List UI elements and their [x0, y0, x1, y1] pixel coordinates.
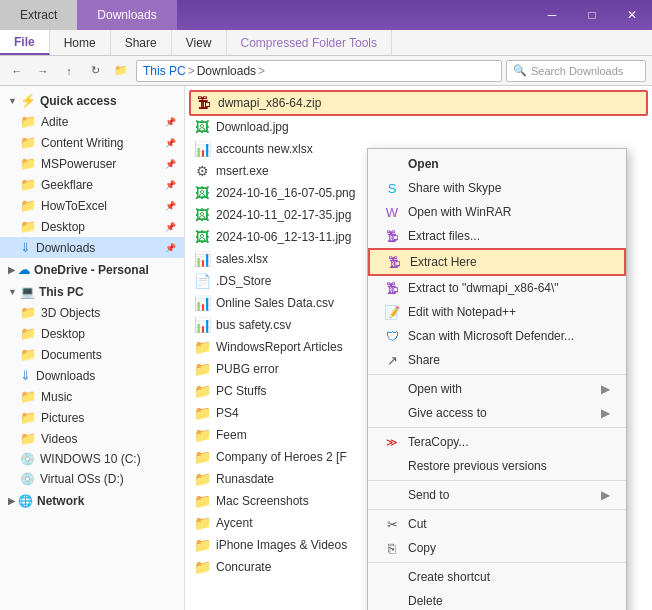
extract-to-icon: 🗜: [384, 280, 400, 296]
address-path[interactable]: This PC > Downloads >: [136, 60, 502, 82]
network-header[interactable]: ▶ 🌐 Network: [0, 491, 184, 511]
sidebar-item-desktop2[interactable]: 📁 Desktop: [0, 323, 184, 344]
search-box[interactable]: 🔍 Search Downloads: [506, 60, 646, 82]
search-placeholder: Search Downloads: [531, 65, 623, 77]
file-item-zip[interactable]: 🗜 dwmapi_x86-64.zip: [189, 90, 648, 116]
file-item-jpg1[interactable]: 🖼 Download.jpg: [189, 116, 648, 138]
folder-icon-adite: 📁: [20, 114, 36, 129]
ribbon-tab-file[interactable]: File: [0, 30, 50, 55]
path-downloads[interactable]: Downloads: [197, 64, 256, 78]
sidebar-item-virtual-drive[interactable]: 💿 Virtual OSs (D:): [0, 469, 184, 489]
ctx-share[interactable]: ↗ Share: [368, 348, 626, 372]
ribbon-tab-share[interactable]: Share: [111, 30, 172, 55]
file-item-folder-runasdate-label: Runasdate: [216, 472, 274, 486]
folder-icon-downloads: ⇓: [20, 240, 31, 255]
sidebar-item-pictures-label: Pictures: [41, 411, 84, 425]
sidebar-item-3dobjects[interactable]: 📁 3D Objects: [0, 302, 184, 323]
thispc-label: This PC: [39, 285, 84, 299]
minimize-button[interactable]: ─: [532, 0, 572, 30]
ctx-restore-versions[interactable]: Restore previous versions: [368, 454, 626, 478]
ctx-extract-files[interactable]: 🗜 Extract files...: [368, 224, 626, 248]
ribbon-tab-compressed[interactable]: Compressed Folder Tools: [227, 30, 393, 55]
ctx-open-winrar[interactable]: W Open with WinRAR: [368, 200, 626, 224]
ribbon-tab-view[interactable]: View: [172, 30, 227, 55]
ctx-delete[interactable]: Delete: [368, 589, 626, 610]
up-button[interactable]: ↑: [58, 60, 80, 82]
sidebar-item-documents[interactable]: 📁 Documents: [0, 344, 184, 365]
ctx-cut[interactable]: ✂ Cut: [368, 512, 626, 536]
file-item-folder-pubg-label: PUBG error: [216, 362, 279, 376]
sidebar-item-desktop[interactable]: 📁 Desktop 📌: [0, 216, 184, 237]
file-item-xlsx2-label: sales.xlsx: [216, 252, 268, 266]
file-item-jpg2-label: 2024-10-11_02-17-35.jpg: [216, 208, 351, 222]
folder-icon-desktop: 📁: [20, 219, 36, 234]
path-thispc[interactable]: This PC: [143, 64, 186, 78]
thispc-header[interactable]: ▼ 💻 This PC: [0, 282, 184, 302]
sidebar-item-mspoweruser[interactable]: 📁 MSPoweruser 📌: [0, 153, 184, 174]
quick-access-chevron: ▼: [8, 96, 17, 106]
title-bar: Extract Downloads ─ □ ✕: [0, 0, 652, 30]
sidebar-item-downloads2-label: Downloads: [36, 369, 95, 383]
ctx-share-skype[interactable]: S Share with Skype: [368, 176, 626, 200]
ribbon-tab-view-label: View: [186, 36, 212, 50]
folder-icon-iphone: 📁: [193, 536, 211, 554]
ctx-delete-label: Delete: [408, 594, 610, 608]
ctx-copy[interactable]: ⎘ Copy: [368, 536, 626, 560]
ctx-open-with-arrow: ▶: [601, 382, 610, 396]
title-tab-downloads-label: Downloads: [97, 8, 156, 22]
ctx-scan-defender-label: Scan with Microsoft Defender...: [408, 329, 610, 343]
ctx-open-with[interactable]: Open with ▶: [368, 377, 626, 401]
sidebar-item-desktop-label: Desktop: [41, 220, 85, 234]
ctx-extract-files-label: Extract files...: [408, 229, 610, 243]
refresh-button[interactable]: ↻: [84, 60, 106, 82]
csv-icon-1: 📊: [193, 294, 211, 312]
ctx-send-to[interactable]: Send to ▶: [368, 483, 626, 507]
file-item-folder-ps4-label: PS4: [216, 406, 239, 420]
thispc-icon: 💻: [20, 285, 35, 299]
sidebar-item-videos[interactable]: 📁 Videos: [0, 428, 184, 449]
ctx-teracopy[interactable]: ≫ TeraCopy...: [368, 430, 626, 454]
maximize-button[interactable]: □: [572, 0, 612, 30]
xlsx-icon-2: 📊: [193, 250, 211, 268]
quick-access-header[interactable]: ▼ ⚡ Quick access: [0, 90, 184, 111]
ctx-extract-here[interactable]: 🗜 Extract Here: [368, 248, 626, 276]
sidebar-item-music[interactable]: 📁 Music: [0, 386, 184, 407]
sidebar-item-windows-drive[interactable]: 💿 WINDOWS 10 (C:): [0, 449, 184, 469]
ctx-open[interactable]: Open: [368, 152, 626, 176]
folder-icon-coh: 📁: [193, 448, 211, 466]
csv-icon-2: 📊: [193, 316, 211, 334]
drive-icon-d: 💿: [20, 472, 35, 486]
title-tab-extract-label: Extract: [20, 8, 57, 22]
ctx-create-shortcut[interactable]: Create shortcut: [368, 565, 626, 589]
forward-button[interactable]: →: [32, 60, 54, 82]
sidebar-item-downloads[interactable]: ⇓ Downloads 📌: [0, 237, 184, 258]
exe-icon: ⚙: [193, 162, 211, 180]
path-sep-1: >: [188, 64, 195, 78]
sidebar-item-adite[interactable]: 📁 Adite 📌: [0, 111, 184, 132]
sidebar-item-adite-label: Adite: [41, 115, 68, 129]
ctx-scan-defender[interactable]: 🛡 Scan with Microsoft Defender...: [368, 324, 626, 348]
context-menu: Open S Share with Skype W Open with WinR…: [367, 148, 627, 610]
folder-icon-3dobjects: 📁: [20, 305, 36, 320]
ribbon-tab-home[interactable]: Home: [50, 30, 111, 55]
sidebar-item-pictures[interactable]: 📁 Pictures: [0, 407, 184, 428]
sidebar-item-downloads2[interactable]: ⇓ Downloads: [0, 365, 184, 386]
sidebar-item-howtoexcel[interactable]: 📁 HowToExcel 📌: [0, 195, 184, 216]
ctx-give-access[interactable]: Give access to ▶: [368, 401, 626, 425]
jpg-icon-2: 🖼: [193, 206, 211, 224]
title-tab-downloads[interactable]: Downloads: [77, 0, 176, 30]
onedrive-header[interactable]: ▶ ☁ OneDrive - Personal: [0, 260, 184, 280]
folder-icon-howtoexcel: 📁: [20, 198, 36, 213]
ctx-extract-to[interactable]: 🗜 Extract to "dwmapi_x86-64\": [368, 276, 626, 300]
sidebar-item-geekflare[interactable]: 📁 Geekflare 📌: [0, 174, 184, 195]
sidebar-item-content-writing[interactable]: 📁 Content Writing 📌: [0, 132, 184, 153]
back-button[interactable]: ←: [6, 60, 28, 82]
title-tab-extract[interactable]: Extract: [0, 0, 77, 30]
ctx-edit-notepad[interactable]: 📝 Edit with Notepad++: [368, 300, 626, 324]
png-icon-1: 🖼: [193, 184, 211, 202]
close-button[interactable]: ✕: [612, 0, 652, 30]
folder-icon-pcstuffs: 📁: [193, 382, 211, 400]
pin-downloads: 📌: [165, 243, 176, 253]
ribbon-tab-compressed-label: Compressed Folder Tools: [241, 36, 378, 50]
file-item-folder-aycent-label: Aycent: [216, 516, 252, 530]
